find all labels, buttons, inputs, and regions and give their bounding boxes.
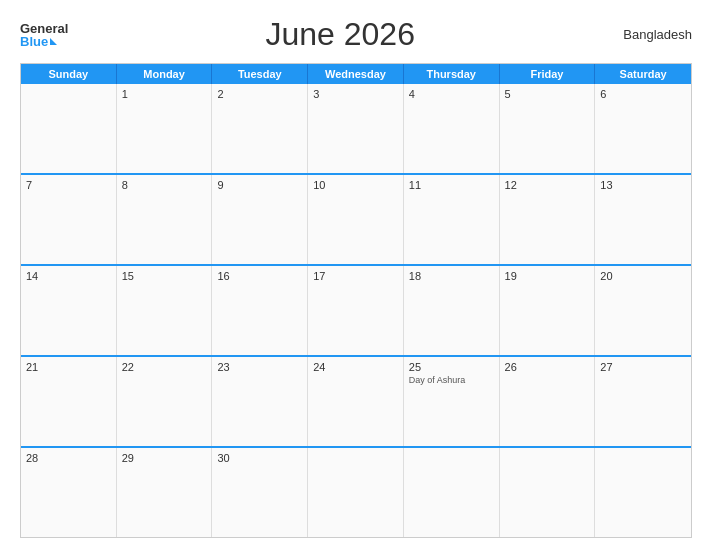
cell-date: 12 (505, 179, 590, 191)
calendar-cell: 23 (212, 357, 308, 446)
header-thursday: Thursday (404, 64, 500, 84)
calendar-cell: 2 (212, 84, 308, 173)
cell-date: 29 (122, 452, 207, 464)
cell-date: 6 (600, 88, 686, 100)
calendar-cell (308, 448, 404, 537)
calendar-cell: 19 (500, 266, 596, 355)
calendar-cell: 9 (212, 175, 308, 264)
calendar-cell: 30 (212, 448, 308, 537)
header: General Blue June 2026 Bangladesh (20, 16, 692, 53)
country-label: Bangladesh (612, 27, 692, 42)
cell-date: 8 (122, 179, 207, 191)
calendar-cell: 3 (308, 84, 404, 173)
calendar-cell: 18 (404, 266, 500, 355)
calendar-weeks: 1234567891011121314151617181920212223242… (21, 84, 691, 537)
cell-event: Day of Ashura (409, 375, 494, 385)
cell-date: 2 (217, 88, 302, 100)
calendar-cell (595, 448, 691, 537)
cell-date: 26 (505, 361, 590, 373)
calendar-cell: 12 (500, 175, 596, 264)
week-row-2: 78910111213 (21, 173, 691, 264)
logo-triangle-icon (50, 38, 57, 45)
week-row-5: 282930 (21, 446, 691, 537)
calendar-grid: Sunday Monday Tuesday Wednesday Thursday… (20, 63, 692, 538)
cell-date: 28 (26, 452, 111, 464)
calendar-cell: 11 (404, 175, 500, 264)
calendar-cell: 15 (117, 266, 213, 355)
cell-date: 3 (313, 88, 398, 100)
cell-date: 4 (409, 88, 494, 100)
cell-date: 27 (600, 361, 686, 373)
calendar-cell: 8 (117, 175, 213, 264)
cell-date: 5 (505, 88, 590, 100)
cell-date: 14 (26, 270, 111, 282)
calendar-cell: 25Day of Ashura (404, 357, 500, 446)
calendar-cell: 6 (595, 84, 691, 173)
cell-date: 22 (122, 361, 207, 373)
calendar-cell: 27 (595, 357, 691, 446)
cell-date: 30 (217, 452, 302, 464)
cell-date: 9 (217, 179, 302, 191)
calendar-cell: 1 (117, 84, 213, 173)
calendar-cell: 29 (117, 448, 213, 537)
cell-date: 20 (600, 270, 686, 282)
calendar-cell (500, 448, 596, 537)
cell-date: 15 (122, 270, 207, 282)
calendar-cell: 13 (595, 175, 691, 264)
cell-date: 17 (313, 270, 398, 282)
calendar-cell: 5 (500, 84, 596, 173)
calendar-cell: 28 (21, 448, 117, 537)
logo-blue-text: Blue (20, 35, 68, 48)
calendar-cell: 16 (212, 266, 308, 355)
header-tuesday: Tuesday (212, 64, 308, 84)
calendar-cell: 21 (21, 357, 117, 446)
header-monday: Monday (117, 64, 213, 84)
calendar-cell: 10 (308, 175, 404, 264)
cell-date: 24 (313, 361, 398, 373)
cell-date: 19 (505, 270, 590, 282)
calendar-cell: 7 (21, 175, 117, 264)
calendar-cell (21, 84, 117, 173)
logo: General Blue (20, 22, 68, 48)
week-row-3: 14151617181920 (21, 264, 691, 355)
calendar-page: General Blue June 2026 Bangladesh Sunday… (0, 0, 712, 550)
cell-date: 1 (122, 88, 207, 100)
cell-date: 10 (313, 179, 398, 191)
cell-date: 13 (600, 179, 686, 191)
cell-date: 16 (217, 270, 302, 282)
cell-date: 21 (26, 361, 111, 373)
header-wednesday: Wednesday (308, 64, 404, 84)
cell-date: 7 (26, 179, 111, 191)
calendar-title: June 2026 (68, 16, 612, 53)
calendar-cell: 26 (500, 357, 596, 446)
header-sunday: Sunday (21, 64, 117, 84)
week-row-4: 2122232425Day of Ashura2627 (21, 355, 691, 446)
header-friday: Friday (500, 64, 596, 84)
week-row-1: 123456 (21, 84, 691, 173)
calendar-cell: 17 (308, 266, 404, 355)
calendar-cell: 24 (308, 357, 404, 446)
calendar-cell: 20 (595, 266, 691, 355)
cell-date: 23 (217, 361, 302, 373)
logo-general-text: General (20, 22, 68, 35)
cell-date: 18 (409, 270, 494, 282)
day-headers-row: Sunday Monday Tuesday Wednesday Thursday… (21, 64, 691, 84)
calendar-cell (404, 448, 500, 537)
cell-date: 11 (409, 179, 494, 191)
header-saturday: Saturday (595, 64, 691, 84)
calendar-cell: 4 (404, 84, 500, 173)
cell-date: 25 (409, 361, 494, 373)
calendar-cell: 22 (117, 357, 213, 446)
calendar-cell: 14 (21, 266, 117, 355)
